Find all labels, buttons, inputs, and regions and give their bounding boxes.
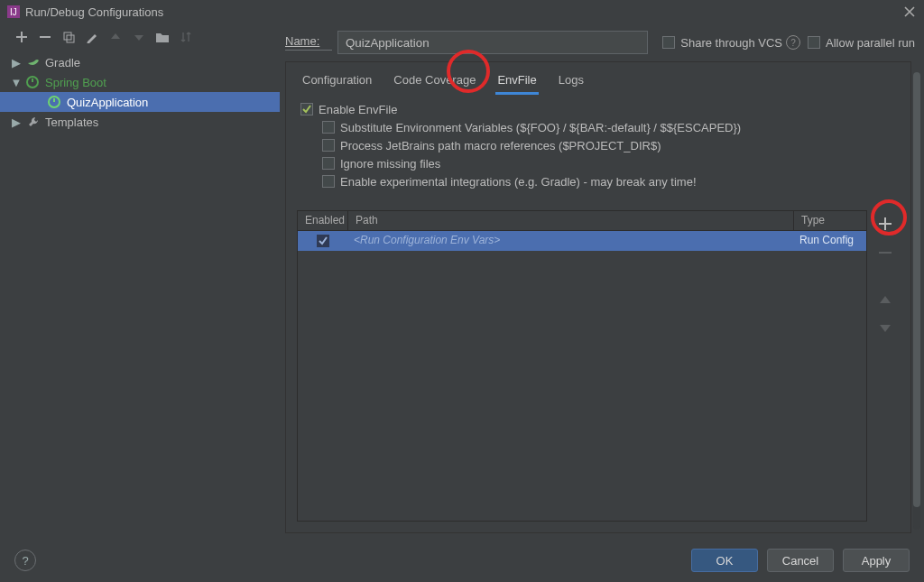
col-type: Type bbox=[794, 211, 866, 230]
row-type-cell: Run Config bbox=[794, 231, 866, 251]
help-icon[interactable]: ? bbox=[786, 35, 800, 50]
parallel-run-checkbox[interactable]: Allow parallel run bbox=[808, 31, 915, 54]
envfile-options: Enable EnvFile Substitute Environment Va… bbox=[297, 100, 900, 190]
config-tree: ▶ Gradle ▼ Spring Boot QuizApplication ▶… bbox=[0, 51, 280, 539]
add-config-icon[interactable] bbox=[13, 27, 31, 47]
path-macro-checkbox[interactable]: Process JetBrains path macro references … bbox=[300, 136, 900, 154]
ignore-missing-checkbox[interactable]: Ignore missing files bbox=[300, 154, 900, 172]
help-button[interactable]: ? bbox=[14, 550, 36, 571]
table-side-actions bbox=[873, 210, 898, 338]
scrollbar[interactable] bbox=[913, 72, 920, 530]
name-label: Name: bbox=[285, 34, 332, 51]
config-toolbar bbox=[0, 23, 280, 51]
tree-label: Templates bbox=[45, 115, 98, 129]
copy-config-icon[interactable] bbox=[60, 27, 78, 47]
window-title: Run/Debug Configurations bbox=[25, 5, 902, 19]
gradle-icon bbox=[25, 56, 42, 69]
substitute-vars-checkbox[interactable]: Substitute Environment Variables (${FOO}… bbox=[300, 118, 900, 136]
titlebar: IJ Run/Debug Configurations bbox=[0, 0, 924, 23]
wrench-icon bbox=[25, 115, 42, 128]
tabs: Configuration Code Coverage EnvFile Logs bbox=[297, 73, 900, 97]
option-label: Substitute Environment Variables (${FOO}… bbox=[340, 121, 741, 134]
checkbox-empty-icon bbox=[808, 36, 820, 49]
add-row-icon[interactable] bbox=[875, 214, 895, 234]
cancel-button[interactable]: Cancel bbox=[767, 549, 834, 572]
svg-rect-2 bbox=[64, 32, 71, 40]
col-path: Path bbox=[348, 211, 794, 230]
tab-envfile[interactable]: EnvFile bbox=[495, 73, 538, 95]
config-name-input[interactable] bbox=[337, 31, 648, 54]
experimental-checkbox[interactable]: Enable experimental integrations (e.g. G… bbox=[300, 172, 900, 190]
move-down-icon bbox=[130, 27, 148, 47]
config-panel: Configuration Code Coverage EnvFile Logs… bbox=[285, 61, 911, 533]
app-icon: IJ bbox=[7, 5, 20, 18]
left-pane: ▶ Gradle ▼ Spring Boot QuizApplication ▶… bbox=[0, 23, 280, 539]
share-vcs-checkbox[interactable]: Share through VCS bbox=[662, 31, 782, 54]
option-label: Ignore missing files bbox=[340, 157, 440, 171]
checkbox-empty-icon bbox=[662, 36, 675, 49]
move-up-icon bbox=[106, 27, 125, 47]
remove-row-icon bbox=[875, 243, 895, 263]
tab-code-coverage[interactable]: Code Coverage bbox=[392, 73, 477, 92]
tree-label: Spring Boot bbox=[45, 76, 106, 89]
right-pane: Name: Share through VCS ? Allow parallel… bbox=[280, 23, 924, 539]
option-label: Enable experimental integrations (e.g. G… bbox=[340, 175, 697, 189]
table-row[interactable]: <Run Configuration Env Vars> Run Config bbox=[298, 231, 866, 251]
env-table: Enabled Path Type <Run Configuration Env… bbox=[297, 210, 867, 522]
tree-node-templates[interactable]: ▶ Templates bbox=[0, 112, 280, 132]
checkbox-label: Share through VCS bbox=[680, 36, 782, 50]
move-row-down-icon bbox=[875, 319, 895, 338]
checkbox-label: Allow parallel run bbox=[826, 36, 915, 50]
enable-envfile-checkbox[interactable]: Enable EnvFile bbox=[300, 100, 900, 118]
name-row: Name: Share through VCS ? Allow parallel… bbox=[285, 29, 915, 56]
checkbox-checked-icon bbox=[317, 235, 329, 247]
move-row-up-icon bbox=[875, 290, 895, 309]
expand-icon: ▶ bbox=[11, 56, 22, 69]
row-path-cell: <Run Configuration Env Vars> bbox=[348, 231, 794, 251]
option-label: Enable EnvFile bbox=[319, 103, 397, 116]
ok-button[interactable]: OK bbox=[691, 549, 758, 572]
remove-config-icon[interactable] bbox=[36, 27, 54, 47]
tree-node-gradle[interactable]: ▶ Gradle bbox=[0, 52, 280, 72]
spring-boot-icon bbox=[47, 96, 63, 108]
close-icon[interactable] bbox=[902, 5, 917, 19]
tab-configuration[interactable]: Configuration bbox=[300, 73, 374, 92]
tree-node-spring[interactable]: ▼ Spring Boot bbox=[0, 72, 280, 92]
expand-icon: ▶ bbox=[11, 115, 22, 129]
tree-label: QuizApplication bbox=[67, 96, 148, 109]
spring-boot-icon bbox=[25, 76, 42, 88]
table-header: Enabled Path Type bbox=[298, 211, 866, 231]
edit-config-icon[interactable] bbox=[83, 27, 101, 47]
col-enabled: Enabled bbox=[298, 211, 348, 230]
svg-text:IJ: IJ bbox=[10, 7, 17, 17]
tree-label: Gradle bbox=[45, 56, 80, 69]
folder-icon[interactable] bbox=[153, 27, 171, 47]
row-enabled-cell[interactable] bbox=[298, 231, 348, 251]
check-icon bbox=[302, 105, 311, 114]
svg-rect-3 bbox=[67, 35, 74, 42]
tab-logs[interactable]: Logs bbox=[557, 73, 586, 92]
collapse-icon: ▼ bbox=[11, 76, 22, 89]
content: ▶ Gradle ▼ Spring Boot QuizApplication ▶… bbox=[0, 23, 924, 539]
dialog-buttons: ? OK Cancel Apply bbox=[0, 539, 924, 582]
tree-node-quizapplication[interactable]: QuizApplication bbox=[0, 92, 280, 112]
option-label: Process JetBrains path macro references … bbox=[340, 139, 661, 152]
sort-icon bbox=[177, 27, 195, 47]
scrollbar-thumb[interactable] bbox=[913, 72, 920, 507]
apply-button[interactable]: Apply bbox=[843, 549, 910, 572]
